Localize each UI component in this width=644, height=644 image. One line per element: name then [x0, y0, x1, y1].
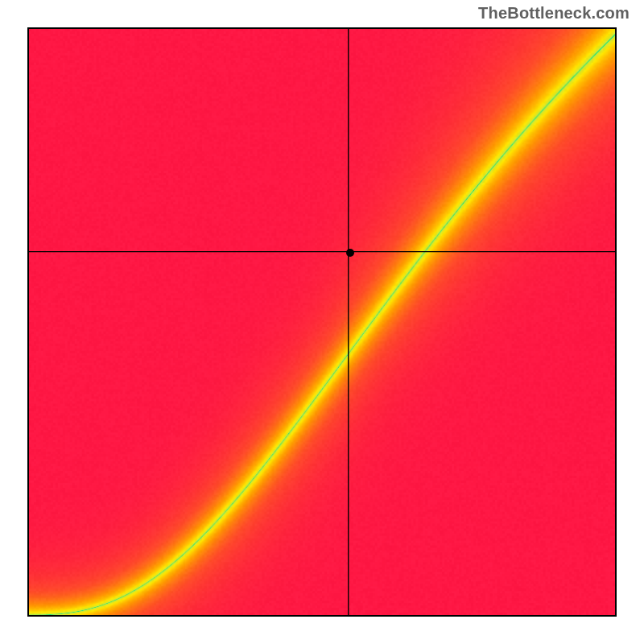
- heatmap-canvas: [29, 29, 615, 615]
- heatmap-plot-area: [27, 27, 617, 617]
- chart-frame: TheBottleneck.com: [0, 0, 644, 644]
- watermark-text: TheBottleneck.com: [478, 4, 630, 23]
